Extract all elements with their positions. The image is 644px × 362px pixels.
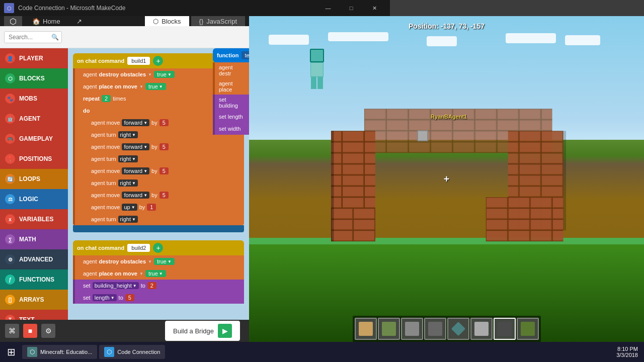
agent-icon: 🤖 [5,114,15,124]
forward-dropdown-2[interactable]: forward▼ [122,143,149,150]
hotbar-slot-7[interactable] [494,318,516,340]
sidebar-item-logic[interactable]: ⚖ LOGIC [0,189,68,209]
sidebar-item-agent[interactable]: 🤖 AGENT [0,109,68,129]
cloud-1 [269,35,309,45]
height-value[interactable]: 2 [147,282,156,289]
js-icon: {} [199,18,204,25]
test-label[interactable]: test [242,51,249,59]
sidebar-item-arrays[interactable]: [] ARRAYS [0,290,68,310]
build2-input[interactable]: build2 [127,244,150,252]
advanced-icon: ⚙ [5,254,15,264]
true-value-3[interactable]: true▼ [154,258,175,265]
function-block-partial: function test agent destr agent place se… [213,48,249,135]
maximize-button[interactable]: □ [340,0,363,16]
up-amount[interactable]: 1 [147,204,156,211]
agent-body [417,130,428,141]
slot-icon-5 [451,322,465,336]
sidebar-item-positions[interactable]: 📍 POSITIONS [0,149,68,169]
sidebar-item-text[interactable]: T TEXT [0,310,68,320]
length-dropdown[interactable]: length▼ [93,294,117,301]
taskbar-minecraft-app[interactable]: ⬡ Minecraft: Educatio... [22,345,97,359]
settings-button[interactable]: ⚙ [41,324,55,338]
add-block-2-button[interactable]: + [153,243,163,253]
sidebar-item-gameplay[interactable]: 🎮 GAMEPLAY [0,129,68,149]
char-body [310,62,324,77]
hotbar-slot-8[interactable] [517,318,539,340]
codeconnection-taskbar-icon: ⬡ [104,347,114,357]
blocks-canvas[interactable]: on chat command build1 + agent destroy o… [68,48,249,320]
move-amount-1[interactable]: 5 [159,119,169,126]
forward-dropdown-1[interactable]: forward▼ [122,119,149,126]
math-icon: ∑ [5,234,15,244]
sidebar-item-mobs[interactable]: 🐾 MOBS [0,88,68,109]
hotbar-slot-5[interactable] [447,318,469,340]
agent-turn-3: agent turn right▼ [73,177,244,189]
slot-icon-7 [498,322,512,336]
hotbar-slot-1[interactable] [355,318,377,340]
hotbar-slot-2[interactable] [378,318,400,340]
slot-icon-2 [382,322,396,336]
right-dropdown-4[interactable]: right▼ [118,216,138,223]
agent-move-3: agent move forward▼ by 5 [73,165,244,177]
slot-icon-8 [521,322,535,336]
sidebar-item-advanced[interactable]: ⚙ ADVANCED [0,249,68,269]
run-button[interactable]: Build a Bridge ▶ [165,321,240,341]
move-amount-4[interactable]: 5 [159,192,169,199]
sidebar-item-math[interactable]: ∑ MATH [0,229,68,249]
set-building-partial: set building [213,95,249,111]
svg-rect-15 [331,208,375,241]
true-value-1[interactable]: true▼ [154,71,175,78]
agent-move-2: agent move forward▼ by 5 [73,141,244,153]
sidebar-item-loops[interactable]: 🔄 LOOPS [0,169,68,189]
building-height-dropdown[interactable]: building_height▼ [93,282,139,289]
move-amount-2[interactable]: 5 [159,143,169,150]
sidebar-item-variables[interactable]: x VARIABLES [0,209,68,229]
true-value-4[interactable]: true▼ [145,270,166,277]
forward-dropdown-4[interactable]: forward▼ [122,192,149,199]
up-dropdown[interactable]: up▼ [122,204,137,211]
close-button[interactable]: ✕ [363,0,386,16]
hotbar-slot-4[interactable] [424,318,446,340]
stop-button[interactable]: ■ [23,324,37,338]
mc-position-hud: Position: -137, 73, -157 [409,22,485,30]
mk-sidebar: 👤 PLAYER ⬡ BLOCKS 🐾 MOBS 🤖 AGENT [0,48,68,320]
add-block-button[interactable]: + [153,56,163,66]
sidebar-item-player[interactable]: 👤 PLAYER [0,48,68,68]
right-dropdown-2[interactable]: right▼ [118,155,138,162]
right-dropdown-3[interactable]: right▼ [118,179,138,187]
length-value[interactable]: 5 [125,294,134,301]
hotbar-slot-6[interactable] [470,318,493,340]
repeat-count[interactable]: 2 [102,95,111,102]
makecode-panel: ⬡ Code Connection - Microsoft MakeCode —… [0,0,249,342]
cloud-5 [565,35,600,45]
svg-rect-16 [486,197,564,241]
agent-turn-2: agent turn right▼ [73,153,244,165]
run-label: Build a Bridge [173,327,214,335]
hotbar-slot-3[interactable] [401,318,423,340]
search-input[interactable] [9,34,51,41]
move-amount-3[interactable]: 5 [159,167,169,174]
mc-agent [415,130,430,145]
char-leg-left [311,77,316,89]
mc-player-character [304,49,330,89]
mc-viewport[interactable]: Position: -137, 73, -157 RyanBAgent1 + [249,16,644,342]
mk-toolbar: 🔍 [0,26,249,48]
taskbar-codeconnection-app[interactable]: ⬡ Code Connection [99,345,165,359]
agent-destroy-partial: agent destr [213,62,249,78]
build1-input[interactable]: build1 [127,57,150,65]
cloud-2 [328,32,388,41]
right-dropdown-1[interactable]: right▼ [118,131,138,138]
sidebar-item-functions[interactable]: ƒ FUNCTIONS [0,269,68,290]
app-icon: ⬡ [4,3,14,13]
sidebar-item-blocks[interactable]: ⬡ BLOCKS [0,68,68,88]
terminal-button[interactable]: ⌘ [5,324,19,338]
true-value-2[interactable]: true▼ [145,83,166,90]
windows-start-button[interactable]: ⊞ [2,343,20,361]
text-icon: T [5,315,15,320]
function-label: function [217,52,238,58]
forward-dropdown-3[interactable]: forward▼ [122,167,149,174]
player-icon: 👤 [5,53,15,63]
minimize-button[interactable]: — [316,0,340,16]
minecraft-panel: Minecraft Education Edition — □ ✕ [249,0,644,342]
app-title: Code Connection - Microsoft MakeCode [18,5,125,12]
